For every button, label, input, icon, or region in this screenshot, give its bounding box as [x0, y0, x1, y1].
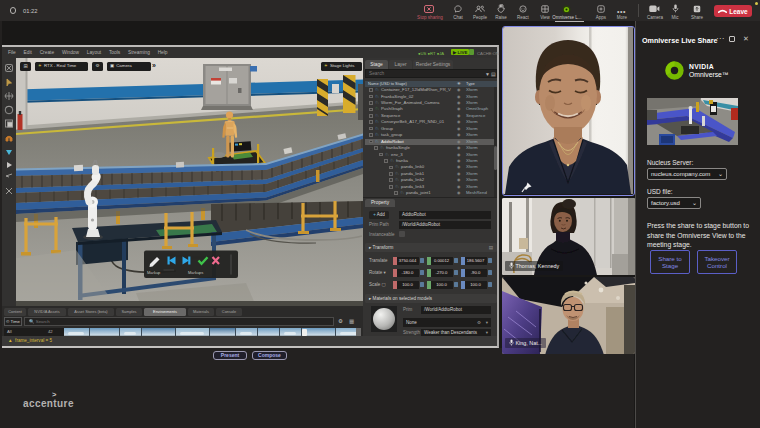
svg-text:Markup: Markup [147, 270, 161, 275]
svg-text:Markups: Markups [188, 270, 203, 275]
